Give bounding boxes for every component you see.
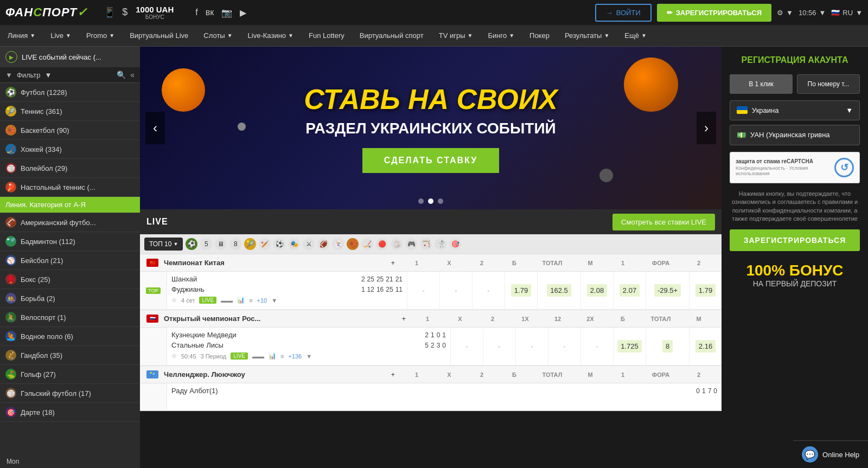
banner-dot-3[interactable]	[438, 198, 443, 204]
odd-cell-1[interactable]: -	[407, 272, 439, 309]
sport-filter-icon-11[interactable]: 🏐	[391, 238, 403, 250]
nav-promo[interactable]: Promo ▼	[79, 25, 122, 47]
sidebar-item-soccer[interactable]: ⚽ Футбол (1228)	[0, 83, 140, 102]
online-help-button[interactable]: 💬 Online Help	[793, 440, 868, 468]
sport-filter-icon-12[interactable]: 🎮	[405, 238, 417, 250]
odd-b-r[interactable]: 1.725	[613, 328, 646, 365]
sidebar-item-cycling[interactable]: 🚴 Велоспорт (1)	[0, 308, 140, 327]
star-icon[interactable]: ☆	[171, 297, 177, 304]
category-header-china[interactable]: 🇨🇳 Чемпионат Китая + 1 X 2 Б ТОТАЛ М 1 Ф…	[140, 254, 722, 272]
country-selector[interactable]: Украина ▼	[730, 100, 860, 120]
sidebar-item-tennis[interactable]: 🎾 Теннис (361)	[0, 102, 140, 121]
nav-poker[interactable]: Покер	[522, 25, 557, 47]
odd-cell-x[interactable]: -	[439, 272, 472, 309]
sport-filter-icon-8[interactable]: 🃏	[332, 238, 344, 250]
sport-filter-icon-5[interactable]: 🎭	[288, 238, 300, 250]
expand-chevron-russia[interactable]: ▼	[306, 353, 312, 360]
sidebar-item-basketball[interactable]: 🏀 Баскетбол (90)	[0, 121, 140, 140]
sidebar-item-baseball[interactable]: ⚾ Бейсбол (21)	[0, 251, 140, 270]
list-icon-russia[interactable]: ≡	[280, 353, 284, 360]
login-button[interactable]: → ВОЙТИ	[595, 4, 652, 22]
expand-chevron[interactable]: ▼	[271, 297, 277, 304]
sidebar-item-handball[interactable]: 🤾 Гандбол (35)	[0, 346, 140, 365]
odd-cell-fora[interactable]: -29.5+	[646, 272, 689, 309]
sport-filter-icon-10[interactable]: 🏒	[361, 238, 373, 250]
odd-m-r[interactable]: 2.16	[689, 328, 722, 365]
register-submit-button[interactable]: ЗАРЕГИСТРИРОВАТЬСЯ	[730, 229, 860, 251]
plus-more-russia[interactable]: +136	[288, 353, 302, 360]
live-all-bets-button[interactable]: Смотреть все ставки LIVE	[612, 214, 715, 230]
plus-more-link[interactable]: +10	[257, 297, 267, 304]
sidebar-item-table-tennis[interactable]: 🏓 Настольный теннис (...	[0, 178, 140, 197]
vk-icon[interactable]: вк	[206, 8, 214, 18]
odd-cell-1b[interactable]: 2.07	[613, 272, 646, 309]
sport-filter-icon-15[interactable]: 🎯	[449, 238, 461, 250]
sidebar-item-badminton[interactable]: 🏸 Бадминтон (112)	[0, 232, 140, 251]
nav-virtual-live[interactable]: Виртуальный Live	[122, 25, 196, 47]
odd-cell-total[interactable]: 162.5	[537, 272, 580, 309]
nav-bingo[interactable]: Бинго ▼	[480, 25, 522, 47]
sport-filter-icon-ball[interactable]: 🔴	[376, 238, 388, 250]
phone-reg-button[interactable]: По номеру т...	[797, 74, 860, 94]
odd-12-r[interactable]: -	[580, 328, 613, 365]
odd-cell-2b[interactable]: 1.79	[689, 272, 722, 309]
settings-block[interactable]: ⚙ ▼	[777, 9, 793, 17]
nav-slots[interactable]: Слоты ▼	[196, 25, 240, 47]
sidebar-item-gaelic-football[interactable]: 🏐 Гэльский футбол (17)	[0, 384, 140, 403]
nav-tv-games[interactable]: TV игры ▼	[431, 25, 481, 47]
nav-live[interactable]: Live ▼	[43, 25, 79, 47]
sidebar-item-liniya[interactable]: Линия. Категория от А-Я	[0, 197, 140, 213]
sport-filter-icon-monitor[interactable]: 🖥	[215, 238, 227, 250]
odd-total-r[interactable]: 8	[646, 328, 689, 365]
chart-icon[interactable]: 📊	[237, 297, 245, 304]
nav-fun-lottery[interactable]: Fun Lottery	[301, 25, 352, 47]
sport-filter-icon-tennis[interactable]: 🎾	[244, 238, 256, 250]
nav-liniya[interactable]: Линия ▼	[0, 25, 43, 47]
currency-selector[interactable]: 💵 УАН (Украинская гривна	[730, 125, 860, 145]
sport-filter-icon-1[interactable]: ⚽	[186, 238, 197, 250]
sidebar-item-volleyball[interactable]: 🏐 Волейбол (29)	[0, 159, 140, 178]
banner-dot-2[interactable]	[428, 198, 433, 204]
language-selector[interactable]: 🇷🇺 RU ▼	[831, 9, 863, 17]
odd-1-r[interactable]: -	[450, 328, 483, 365]
stats-bar-icon[interactable]: ▬▬	[221, 297, 233, 304]
search-icon[interactable]: 🔍	[117, 70, 126, 79]
sport-filter-icon-cricket[interactable]: 🏏	[259, 238, 271, 250]
mobile-icon[interactable]: 📱	[104, 7, 116, 18]
sidebar-item-darts[interactable]: 🎯 Дарте (18)	[0, 403, 140, 422]
top10-filter-btn[interactable]: ТОП 10 ▼	[144, 238, 183, 251]
sidebar-item-golf[interactable]: ⛳ Гольф (27)	[0, 365, 140, 384]
sidebar-item-boxing[interactable]: 🥊 Бокс (25)	[0, 270, 140, 289]
sport-filter-icon-4[interactable]: ⚽	[273, 238, 285, 250]
sport-filter-icon-14[interactable]: 🤺	[435, 238, 446, 250]
star-icon-russia[interactable]: ☆	[171, 352, 177, 360]
odd-cell-2[interactable]: -	[472, 272, 505, 309]
sport-filter-icon-2[interactable]: 5	[200, 238, 212, 250]
odd-cell-m[interactable]: 2.08	[580, 272, 613, 309]
sport-filter-icon-13[interactable]: 🏹	[420, 238, 432, 250]
chart-icon-russia[interactable]: 📊	[269, 352, 276, 360]
sport-filter-icon-6[interactable]: ⚔	[303, 238, 315, 250]
banner-cta-button[interactable]: СДЕЛАТЬ СТАВКУ	[362, 148, 499, 173]
list-icon[interactable]: ≡	[249, 297, 252, 304]
category-header-challenger[interactable]: 🎾 Челленджер. Люючжоу + 1 X 2 Б ТОТАЛ М …	[140, 366, 722, 383]
facebook-icon[interactable]: f	[195, 8, 197, 18]
nav-virtual-sport[interactable]: Виртуальный спорт	[352, 25, 431, 47]
banner-next-button[interactable]: ›	[697, 112, 716, 144]
sport-filter-icon-3[interactable]: 8	[229, 238, 241, 250]
nav-more[interactable]: Ещё ▼	[617, 25, 654, 47]
instagram-icon[interactable]: 📷	[221, 8, 232, 18]
sidebar-item-water-polo[interactable]: 🤽 Водное поло (6)	[0, 327, 140, 346]
sidebar-item-wrestling[interactable]: 🤼 Борьба (2)	[0, 289, 140, 308]
odd-cell-b[interactable]: 1.79	[505, 272, 537, 309]
odd-1x-r[interactable]: -	[548, 328, 580, 365]
odd-2-r[interactable]: -	[515, 328, 548, 365]
odd-x-r[interactable]: -	[483, 328, 515, 365]
stats-icon-russia[interactable]: ▬▬	[252, 353, 264, 360]
banner-dot-1[interactable]	[418, 198, 424, 204]
sport-filter-icon-9[interactable]: 🏀	[347, 238, 359, 250]
nav-results[interactable]: Результаты ▼	[557, 25, 617, 47]
sport-filter-icon-7[interactable]: 🏈	[317, 238, 329, 250]
register-button[interactable]: ✏ ЗАРЕГИСТРИРОВАТЬСЯ	[657, 4, 771, 22]
banner-prev-button[interactable]: ‹	[145, 112, 165, 144]
